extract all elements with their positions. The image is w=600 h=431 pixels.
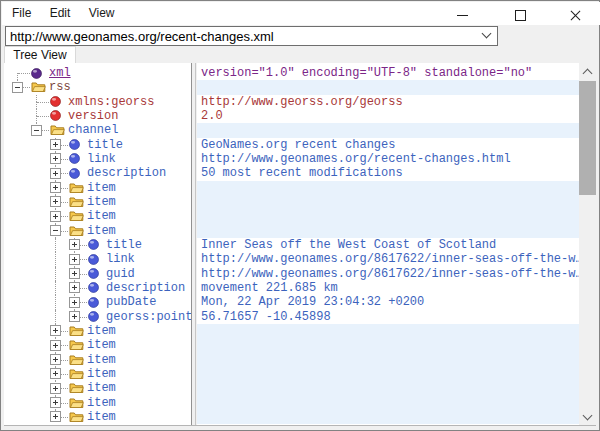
address-input[interactable]: [10, 27, 470, 45]
tree-row[interactable]: item: [4, 338, 191, 352]
value-row: Inner Seas off the West Coast of Scotlan…: [197, 238, 579, 252]
tree-expander-minus[interactable]: [31, 125, 42, 136]
tree-expander-minus[interactable]: [12, 82, 23, 93]
maximize-icon: [515, 10, 526, 21]
tree-node-label[interactable]: channel: [68, 123, 118, 137]
tree-node-label[interactable]: item: [87, 367, 116, 381]
tree-expander-plus[interactable]: [50, 182, 61, 193]
vertical-scrollbar[interactable]: [579, 63, 596, 425]
tree-row[interactable]: link: [4, 252, 191, 266]
tree-row[interactable]: rss: [4, 80, 191, 94]
tree-row[interactable]: link: [4, 152, 191, 166]
chevron-down-icon: [482, 29, 492, 39]
tree-guide: [55, 295, 56, 309]
tree-row[interactable]: item: [4, 324, 191, 338]
tree-node-label[interactable]: item: [87, 209, 116, 223]
tree-node-label[interactable]: item: [87, 324, 116, 338]
menu-item-view[interactable]: View: [86, 2, 118, 25]
tree-row[interactable]: guid: [4, 267, 191, 281]
tree-row[interactable]: item: [4, 181, 191, 195]
tree-row[interactable]: item: [4, 224, 191, 238]
tree-expander-plus[interactable]: [50, 411, 61, 422]
tree-row[interactable]: xmlns:georss: [4, 95, 191, 109]
tree-node-label[interactable]: title: [87, 138, 123, 152]
tree-guide: [55, 281, 56, 295]
tree-row[interactable]: channel: [4, 123, 191, 137]
folder-icon[interactable]: [69, 411, 84, 425]
tree-expander-plus[interactable]: [50, 168, 61, 179]
tree-expander-plus[interactable]: [69, 311, 80, 322]
maximize-button[interactable]: [498, 2, 544, 26]
tree-node-label[interactable]: link: [87, 152, 116, 166]
tree-expander-minus[interactable]: [50, 225, 61, 236]
tree-row[interactable]: item: [4, 353, 191, 367]
tree-row[interactable]: item: [4, 195, 191, 209]
combo-dropdown-button[interactable]: [479, 28, 495, 44]
value-row: [197, 353, 579, 367]
tree-row[interactable]: xml: [4, 66, 191, 80]
tree-expander-plus[interactable]: [50, 340, 61, 351]
tree-guide: [37, 116, 49, 117]
tree-node-label[interactable]: rss: [49, 80, 71, 94]
tree-row[interactable]: item: [4, 381, 191, 395]
tree-expander-plus[interactable]: [69, 282, 80, 293]
tree-row[interactable]: item: [4, 396, 191, 410]
tree-guide: [55, 252, 56, 266]
tree-node-label[interactable]: version: [68, 109, 118, 123]
tree-expander-plus[interactable]: [69, 239, 80, 250]
tree-expander-plus[interactable]: [50, 211, 61, 222]
tree-row[interactable]: title: [4, 138, 191, 152]
tree-expander-plus[interactable]: [50, 139, 61, 150]
tree-node-label[interactable]: item: [87, 353, 116, 367]
tree-expander-plus[interactable]: [50, 196, 61, 207]
tree-node-label[interactable]: title: [106, 238, 142, 252]
tree-expander-plus[interactable]: [50, 153, 61, 164]
tree-node-label[interactable]: item: [87, 224, 116, 238]
tree-row[interactable]: description: [4, 166, 191, 180]
tree-node-label[interactable]: item: [87, 181, 116, 195]
value-row: GeoNames.org recent changes: [197, 138, 579, 152]
tree-row[interactable]: pubDate: [4, 295, 191, 309]
tree-expander-plus[interactable]: [50, 383, 61, 394]
tree-expander-plus[interactable]: [69, 297, 80, 308]
tree-expander-plus[interactable]: [50, 368, 61, 379]
tree-node-label[interactable]: xmlns:georss: [68, 95, 154, 109]
value-row: 56.71657 -10.45898: [197, 310, 579, 324]
tree-expander-plus[interactable]: [69, 254, 80, 265]
tree-node-label[interactable]: link: [106, 252, 135, 266]
tree-row[interactable]: item: [4, 209, 191, 223]
tree-guide: [55, 267, 56, 281]
close-button[interactable]: [553, 2, 599, 26]
tree-row[interactable]: title: [4, 238, 191, 252]
panel-divider[interactable]: [191, 63, 196, 425]
tree-rows: xmlrssxmlns:georssversionchanneltitlelin…: [4, 63, 191, 424]
tree-node-label[interactable]: pubDate: [106, 295, 156, 309]
tree-node-label[interactable]: item: [87, 396, 116, 410]
tree-node-label[interactable]: guid: [106, 267, 135, 281]
tree-expander-plus[interactable]: [50, 397, 61, 408]
tree-node-label[interactable]: georss:point: [106, 310, 191, 324]
tree-row[interactable]: georss:point: [4, 310, 191, 324]
tree-node-label[interactable]: description: [106, 281, 185, 295]
menu-item-edit[interactable]: Edit: [47, 2, 74, 25]
tree-node-label[interactable]: item: [87, 381, 116, 395]
tab-tree-view[interactable]: Tree View: [4, 46, 76, 63]
scrollbar-thumb[interactable]: [579, 81, 596, 195]
tree-row[interactable]: description: [4, 281, 191, 295]
address-combobox[interactable]: [5, 26, 498, 46]
minimize-button[interactable]: [440, 2, 486, 26]
tree-expander-plus[interactable]: [50, 325, 61, 336]
tree-expander-plus[interactable]: [69, 268, 80, 279]
tree-row[interactable]: version: [4, 109, 191, 123]
tree-row[interactable]: item: [4, 410, 191, 424]
tree-node-label[interactable]: description: [87, 166, 166, 180]
scroll-down-button[interactable]: [579, 408, 596, 425]
tree-row[interactable]: item: [4, 367, 191, 381]
tree-node-label[interactable]: item: [87, 410, 116, 424]
menu-item-file[interactable]: File: [9, 2, 34, 25]
tree-node-label[interactable]: item: [87, 195, 116, 209]
scroll-up-button[interactable]: [579, 63, 596, 80]
tree-node-label[interactable]: item: [87, 338, 116, 352]
tree-expander-plus[interactable]: [50, 354, 61, 365]
tree-node-label[interactable]: xml: [49, 66, 71, 80]
